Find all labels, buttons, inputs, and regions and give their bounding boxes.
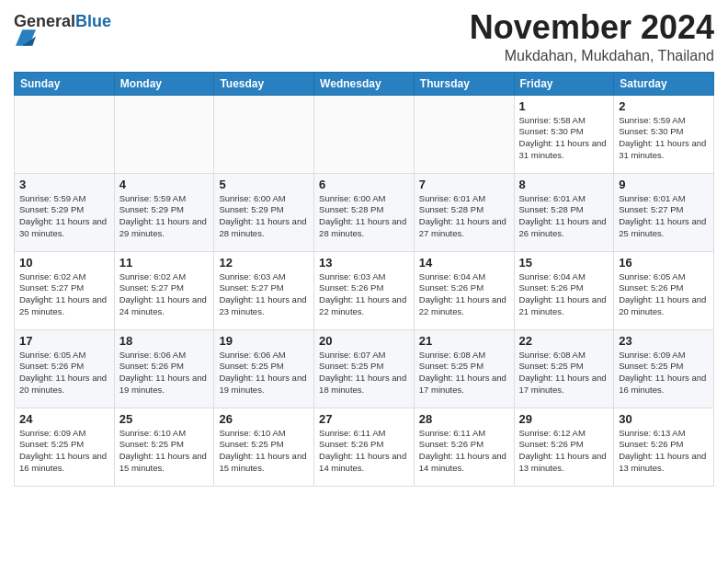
day-number: 17 — [19, 334, 109, 348]
calendar-day-cell: 5Sunrise: 6:00 AM Sunset: 5:29 PM Daylig… — [214, 173, 314, 251]
day-info: Sunrise: 6:11 AM Sunset: 5:26 PM Dayligh… — [419, 428, 509, 475]
calendar-day-cell: 21Sunrise: 6:08 AM Sunset: 5:25 PM Dayli… — [414, 329, 514, 408]
day-number: 2 — [619, 99, 709, 113]
day-number: 21 — [419, 334, 509, 348]
calendar-day-cell: 24Sunrise: 6:09 AM Sunset: 5:25 PM Dayli… — [15, 408, 115, 486]
day-info: Sunrise: 6:08 AM Sunset: 5:25 PM Dayligh… — [519, 350, 609, 396]
calendar-day-cell: 28Sunrise: 6:11 AM Sunset: 5:26 PM Dayli… — [414, 408, 514, 486]
calendar-day-cell: 9Sunrise: 6:01 AM Sunset: 5:27 PM Daylig… — [614, 173, 714, 251]
day-number: 4 — [119, 178, 210, 191]
day-info: Sunrise: 6:09 AM Sunset: 5:25 PM Dayligh… — [19, 428, 109, 475]
day-info: Sunrise: 6:01 AM Sunset: 5:28 PM Dayligh… — [519, 193, 609, 240]
day-info: Sunrise: 5:59 AM Sunset: 5:29 PM Dayligh… — [19, 193, 109, 240]
logo: GeneralBlue — [14, 13, 111, 52]
calendar-day-cell: 15Sunrise: 6:04 AM Sunset: 5:26 PM Dayli… — [514, 251, 614, 329]
calendar-table: SundayMondayTuesdayWednesdayThursdayFrid… — [14, 72, 714, 487]
calendar-day-cell: 30Sunrise: 6:13 AM Sunset: 5:26 PM Dayli… — [614, 408, 714, 486]
calendar-body: 1Sunrise: 5:58 AM Sunset: 5:30 PM Daylig… — [15, 95, 714, 486]
calendar-day-cell: 13Sunrise: 6:03 AM Sunset: 5:26 PM Dayli… — [314, 251, 415, 329]
weekday-header-row: SundayMondayTuesdayWednesdayThursdayFrid… — [15, 72, 714, 95]
calendar-day-cell — [314, 95, 415, 173]
day-info: Sunrise: 6:04 AM Sunset: 5:26 PM Dayligh… — [419, 271, 509, 318]
day-number: 5 — [219, 178, 309, 191]
day-info: Sunrise: 6:07 AM Sunset: 5:25 PM Dayligh… — [319, 350, 409, 396]
calendar-day-cell: 25Sunrise: 6:10 AM Sunset: 5:25 PM Dayli… — [114, 408, 214, 486]
day-number: 8 — [519, 178, 609, 191]
day-number: 16 — [619, 256, 709, 270]
day-info: Sunrise: 6:00 AM Sunset: 5:29 PM Dayligh… — [219, 193, 309, 240]
day-number: 22 — [519, 334, 609, 348]
calendar-day-cell: 22Sunrise: 6:08 AM Sunset: 5:25 PM Dayli… — [514, 329, 614, 408]
day-info: Sunrise: 6:05 AM Sunset: 5:26 PM Dayligh… — [19, 350, 109, 396]
day-number: 6 — [319, 178, 409, 191]
day-info: Sunrise: 6:02 AM Sunset: 5:27 PM Dayligh… — [19, 271, 109, 318]
day-number: 18 — [119, 334, 210, 348]
calendar-week-row: 3Sunrise: 5:59 AM Sunset: 5:29 PM Daylig… — [15, 173, 714, 251]
day-info: Sunrise: 6:13 AM Sunset: 5:26 PM Dayligh… — [619, 428, 709, 475]
day-number: 10 — [19, 256, 109, 270]
logo-icon — [16, 28, 36, 48]
day-number: 27 — [319, 412, 409, 426]
day-number: 20 — [319, 334, 409, 348]
day-number: 19 — [219, 334, 309, 348]
calendar-day-cell — [214, 95, 314, 173]
weekday-header-cell: Tuesday — [214, 72, 314, 95]
weekday-header-cell: Monday — [114, 72, 214, 95]
calendar-week-row: 17Sunrise: 6:05 AM Sunset: 5:26 PM Dayli… — [15, 329, 714, 408]
day-info: Sunrise: 6:03 AM Sunset: 5:27 PM Dayligh… — [219, 271, 309, 318]
day-info: Sunrise: 6:04 AM Sunset: 5:26 PM Dayligh… — [519, 271, 609, 318]
month-title: November 2024 — [470, 9, 714, 46]
day-number: 13 — [319, 256, 409, 270]
calendar-day-cell — [414, 95, 514, 173]
calendar-week-row: 1Sunrise: 5:58 AM Sunset: 5:30 PM Daylig… — [15, 95, 714, 173]
day-number: 1 — [519, 99, 609, 113]
day-number: 30 — [619, 412, 709, 426]
logo-blue-text: Blue — [75, 12, 111, 30]
day-number: 9 — [619, 178, 709, 191]
day-info: Sunrise: 6:10 AM Sunset: 5:25 PM Dayligh… — [119, 428, 210, 475]
day-info: Sunrise: 5:58 AM Sunset: 5:30 PM Dayligh… — [519, 115, 609, 162]
day-info: Sunrise: 6:05 AM Sunset: 5:26 PM Dayligh… — [619, 271, 709, 318]
calendar-day-cell: 17Sunrise: 6:05 AM Sunset: 5:26 PM Dayli… — [15, 329, 115, 408]
day-info: Sunrise: 6:11 AM Sunset: 5:26 PM Dayligh… — [319, 428, 409, 475]
day-number: 7 — [419, 178, 509, 191]
day-info: Sunrise: 6:00 AM Sunset: 5:28 PM Dayligh… — [319, 193, 409, 240]
calendar-day-cell: 11Sunrise: 6:02 AM Sunset: 5:27 PM Dayli… — [114, 251, 214, 329]
calendar-day-cell: 20Sunrise: 6:07 AM Sunset: 5:25 PM Dayli… — [314, 329, 415, 408]
location-subtitle: Mukdahan, Mukdahan, Thailand — [470, 48, 714, 64]
day-number: 23 — [619, 334, 709, 348]
calendar-day-cell: 3Sunrise: 5:59 AM Sunset: 5:29 PM Daylig… — [15, 173, 115, 251]
day-number: 26 — [219, 412, 309, 426]
weekday-header-cell: Sunday — [15, 72, 115, 95]
day-number: 29 — [519, 412, 609, 426]
day-info: Sunrise: 6:02 AM Sunset: 5:27 PM Dayligh… — [119, 271, 210, 318]
calendar-week-row: 24Sunrise: 6:09 AM Sunset: 5:25 PM Dayli… — [15, 408, 714, 486]
calendar-day-cell — [114, 95, 214, 173]
day-info: Sunrise: 6:08 AM Sunset: 5:25 PM Dayligh… — [419, 350, 509, 396]
weekday-header-cell: Wednesday — [314, 72, 415, 95]
calendar-day-cell: 2Sunrise: 5:59 AM Sunset: 5:30 PM Daylig… — [614, 95, 714, 173]
page-header: GeneralBlue November 2024 Mukdahan, Mukd… — [14, 9, 714, 64]
day-info: Sunrise: 6:12 AM Sunset: 5:26 PM Dayligh… — [519, 428, 609, 475]
calendar-week-row: 10Sunrise: 6:02 AM Sunset: 5:27 PM Dayli… — [15, 251, 714, 329]
day-number: 14 — [419, 256, 509, 270]
day-info: Sunrise: 5:59 AM Sunset: 5:29 PM Dayligh… — [119, 193, 210, 240]
calendar-day-cell: 29Sunrise: 6:12 AM Sunset: 5:26 PM Dayli… — [514, 408, 614, 486]
day-number: 24 — [19, 412, 109, 426]
day-info: Sunrise: 6:09 AM Sunset: 5:25 PM Dayligh… — [619, 350, 709, 396]
day-number: 3 — [19, 178, 109, 191]
day-info: Sunrise: 5:59 AM Sunset: 5:30 PM Dayligh… — [619, 115, 709, 162]
calendar-day-cell: 23Sunrise: 6:09 AM Sunset: 5:25 PM Dayli… — [614, 329, 714, 408]
calendar-day-cell — [15, 95, 115, 173]
title-block: November 2024 Mukdahan, Mukdahan, Thaila… — [470, 9, 714, 64]
day-number: 25 — [119, 412, 210, 426]
weekday-header-cell: Friday — [514, 72, 614, 95]
day-number: 15 — [519, 256, 609, 270]
calendar-day-cell: 12Sunrise: 6:03 AM Sunset: 5:27 PM Dayli… — [214, 251, 314, 329]
calendar-day-cell: 6Sunrise: 6:00 AM Sunset: 5:28 PM Daylig… — [314, 173, 415, 251]
calendar-day-cell: 10Sunrise: 6:02 AM Sunset: 5:27 PM Dayli… — [15, 251, 115, 329]
calendar-day-cell: 16Sunrise: 6:05 AM Sunset: 5:26 PM Dayli… — [614, 251, 714, 329]
calendar-day-cell: 14Sunrise: 6:04 AM Sunset: 5:26 PM Dayli… — [414, 251, 514, 329]
day-info: Sunrise: 6:01 AM Sunset: 5:28 PM Dayligh… — [419, 193, 509, 240]
calendar-day-cell: 8Sunrise: 6:01 AM Sunset: 5:28 PM Daylig… — [514, 173, 614, 251]
